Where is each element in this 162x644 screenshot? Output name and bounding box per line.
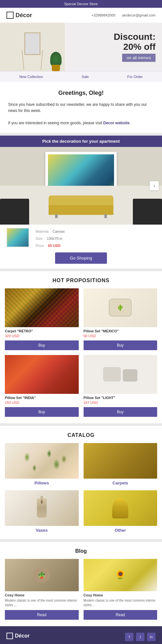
gap4 — [0, 539, 162, 542]
pillow-mexico-price: 50 USD — [84, 334, 157, 338]
pillow-light-name: Pillow Set "LIGHT" — [84, 396, 157, 400]
logo-icon — [6, 12, 14, 19]
header: Décor +32989842000 ukrdecor@gmail.com — [0, 8, 162, 23]
hero-badge: on all mirrors — [122, 54, 156, 62]
footer-nav-about[interactable]: About Us — [6, 642, 29, 644]
header-email: ukrdecor@gmail.com — [122, 13, 156, 17]
painting-bg — [0, 147, 162, 225]
price-label: Price — [36, 244, 44, 248]
buy-carpet-button[interactable]: Buy — [5, 340, 79, 350]
mirror-frame — [24, 32, 40, 55]
nav-for-order[interactable]: For Order — [127, 75, 143, 79]
greeting-section: Greetings, Oleg! Since you have subscrib… — [0, 82, 162, 133]
catalog-carpets-image — [84, 443, 157, 479]
blog-image-1: 🪴 — [5, 559, 79, 591]
blog-title-2: Cosy Home — [84, 593, 157, 597]
greeting-prefix: If you are interested in seeing more goo… — [8, 121, 103, 125]
greeting-link[interactable]: Decor website — [103, 121, 130, 125]
header-contact: +32989842000 ukrdecor@gmail.com — [91, 13, 156, 17]
pillow-light-image — [84, 355, 157, 394]
carpet-price: 320 USD — [5, 334, 79, 338]
nav-sale[interactable]: Sale — [82, 75, 89, 79]
footer-top: Décor About Us Catalog Blog f t in ukrde… — [6, 633, 156, 644]
read-button-2[interactable]: Read — [84, 610, 157, 620]
catalog-item-pillows[interactable]: Pillows — [5, 443, 79, 485]
catalog-item-other[interactable]: Other — [84, 490, 157, 533]
sofa-leg-right — [104, 214, 107, 218]
product-card-light: Pillow Set "LIGHT" 167 USD Buy — [84, 355, 157, 417]
product-thumbnail — [6, 228, 29, 247]
price-value: 65 USD — [48, 244, 61, 248]
product-details: Material Canvas Size 130x70 in Price 65 … — [0, 225, 162, 269]
plant-leaves — [50, 52, 62, 66]
catalog-pillows-label: Pillows — [5, 481, 79, 485]
catalog-carpets-label: Carpets — [84, 481, 157, 485]
hero-text: Discount: 20% off on all mirrors — [114, 32, 156, 62]
buy-india-button[interactable]: Buy — [5, 407, 79, 417]
go-shopping-button[interactable]: Go Shoping — [55, 252, 107, 264]
size-row: Size 130x70 in — [36, 235, 64, 242]
product-card-mexico: 🌵 Pillow Set "MEXICO" 50 USD Buy — [84, 288, 157, 350]
hot-propositions: HOT PROPOSITIONS Carpet "RETRO" 320 USD … — [0, 271, 162, 423]
blog-excerpt-1: Modern classic is one of the most common… — [5, 598, 79, 607]
buy-light-button[interactable]: Buy — [84, 407, 157, 417]
hero-title: Discount: 20% off — [114, 32, 156, 52]
pillow-mexico-name: Pillow Set "MEXICO" — [84, 329, 157, 333]
blog-excerpt-2: Modern classic is one of the most common… — [84, 598, 157, 607]
catalog-pillows-image — [5, 443, 79, 479]
catalog-other-image — [84, 490, 157, 526]
product-card-india: Pillow Set "INDIA" 150 USD Buy — [5, 355, 79, 417]
catalog-vases-image — [5, 490, 79, 526]
pillow-light-price: 167 USD — [84, 401, 157, 405]
catalog-other-label: Other — [84, 528, 157, 533]
footer-logo-icon — [6, 633, 13, 639]
carpet-pattern — [5, 288, 79, 327]
size-label: Size — [36, 237, 42, 240]
catalog-item-carpets[interactable]: Carpets — [84, 443, 157, 485]
logo: Décor — [6, 12, 32, 19]
blog-image-2: 🌻 — [84, 559, 157, 591]
sofa-area — [0, 186, 162, 225]
carousel-next-button[interactable]: › — [150, 181, 159, 190]
facebook-button[interactable]: f — [125, 633, 133, 641]
carousel-section: › Material Canvas Size 130x70 in Price — [0, 147, 162, 269]
leaf-pattern — [5, 443, 79, 479]
pillow-india-price: 150 USD — [5, 401, 79, 405]
catalog-vases-label: Vases — [5, 528, 79, 533]
sofa — [49, 195, 113, 218]
pillow-mexico-image: 🌵 — [84, 288, 157, 327]
couch-right — [133, 199, 162, 225]
catalog-item-vases[interactable]: Vases — [5, 490, 79, 533]
greeting-line2: If you are interested in seeing more goo… — [8, 120, 154, 126]
material-label: Material — [36, 229, 48, 233]
catalog-section: CATALOG Pillows Carpets Vases — [0, 426, 162, 539]
logo-text: Décor — [16, 12, 32, 19]
sofa-leg-left — [55, 214, 58, 218]
footer-nav: About Us Catalog Blog — [6, 642, 29, 644]
twitter-button[interactable]: t — [136, 633, 145, 641]
product-detail-row: Material Canvas Size 130x70 in Price 65 … — [0, 225, 162, 252]
instagram-button[interactable]: in — [147, 633, 156, 641]
blog-card-2: 🌻 Cosy Home Modern classic is one of the… — [84, 559, 157, 620]
hot-title: HOT PROPOSITIONS — [5, 278, 157, 283]
product-info: Material Canvas Size 130x70 in Price 65 … — [36, 228, 64, 249]
material-value: Canvas — [52, 229, 64, 233]
carousel-header: Pick the decoration for your apartment — [0, 136, 162, 147]
hero-banner: Discount: 20% off on all mirrors — [0, 23, 162, 71]
email-wrapper: Special Decore Store Décor +32989842000 … — [0, 0, 162, 644]
blog-card-1: 🪴 Cosy Home Modern classic is one of the… — [5, 559, 79, 620]
size-value: 130x70 in — [47, 237, 62, 240]
carpet-image — [5, 288, 79, 327]
read-button-1[interactable]: Read — [5, 610, 79, 620]
top-bar: Special Decore Store — [0, 0, 162, 8]
buy-mexico-button[interactable]: Buy — [84, 340, 157, 350]
footer-social: f t in — [125, 633, 156, 641]
nav-new-collection[interactable]: New Collection — [19, 75, 43, 79]
navigation: New Collection Sale For Order — [0, 71, 162, 82]
carpet-name: Carpet "RETRO" — [5, 329, 79, 333]
blog-grid: 🪴 Cosy Home Modern classic is one of the… — [5, 559, 157, 620]
footer-logo-text: Décor — [15, 633, 29, 639]
product-card-carpet: Carpet "RETRO" 320 USD Buy — [5, 288, 79, 350]
catalog-grid: Pillows Carpets Vases Other — [5, 443, 157, 533]
hero-decor — [19, 31, 45, 70]
